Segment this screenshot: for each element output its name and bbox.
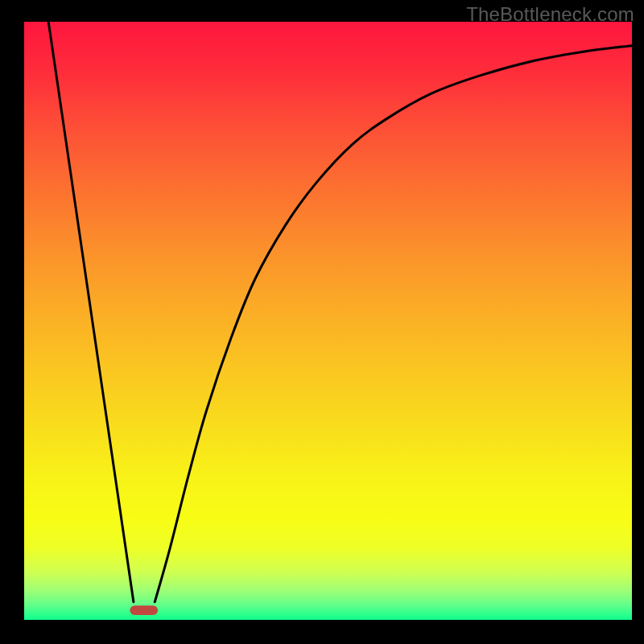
vertex-marker <box>130 605 158 615</box>
chart-container: TheBottleneck.com <box>0 0 644 644</box>
watermark-text: TheBottleneck.com <box>466 3 634 26</box>
plot-area <box>24 22 632 620</box>
chart-svg <box>0 0 644 644</box>
